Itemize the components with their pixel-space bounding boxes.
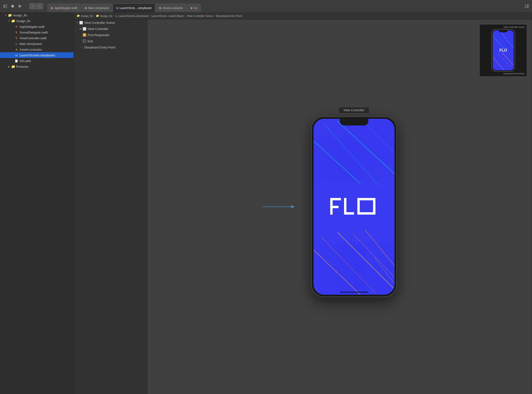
flo-logo-container [330, 197, 378, 217]
breadcrumb-nav-arrow[interactable]: › [528, 15, 529, 17]
breadcrumb-vc-scene[interactable]: View Controller Scene [187, 15, 213, 17]
canvas-column: 📁 Assign_flo › 📁 Assign_flo › 🗂 LaunchSc… [74, 12, 532, 394]
disclosure-root: ▼ [4, 13, 8, 17]
sidebar-label-launch-storyboard: LaunchScreen.storyboard [20, 53, 72, 57]
outline-exit-icon: ⬛ [82, 39, 87, 43]
breadcrumb-launch-storyboard[interactable]: 🗂 LaunchScreen.storyboard [115, 15, 149, 17]
sidebar-item-root-assign-flo[interactable]: ▼ 📁 Assign_flo [0, 12, 74, 18]
svg-rect-36 [357, 198, 375, 200]
outline-first-responder[interactable]: ▶ f First Responder [74, 32, 147, 38]
svg-rect-35 [344, 212, 354, 215]
tab-more[interactable]: As [187, 4, 201, 12]
iphone-mockup[interactable] [311, 116, 397, 297]
sidebar-item-appdelegate[interactable]: ▶ S AppDelegate.swift [0, 24, 74, 30]
inspector-toggle-icon[interactable] [524, 4, 529, 9]
file-navigator: ▼ 📁 Assign_flo ▼ 📁 Assign_flo ▶ S AppDel… [0, 12, 74, 394]
breadcrumb-assign-flo-2[interactable]: 📁 Assign_flo [96, 14, 112, 17]
breadcrumb-bar: 📁 Assign_flo › 📁 Assign_flo › 🗂 LaunchSc… [74, 12, 532, 20]
outline-scene-icon: ⬜ [79, 21, 83, 25]
svg-rect-9 [527, 5, 528, 8]
tab-launch-storyboard[interactable]: LaunchScre....storyboard [113, 4, 155, 12]
canvas[interactable]: View Controller [148, 20, 532, 394]
outline-vc-scene[interactable]: ▼ ⬜ View Controller Scene [74, 20, 147, 26]
mini-preview-label: View Controller Scene [502, 26, 526, 29]
svg-rect-37 [357, 212, 375, 215]
svg-line-20 [314, 137, 361, 184]
sidebar-item-assign-flo-group[interactable]: ▼ 📁 Assign_flo [0, 18, 74, 24]
breadcrumb-sep-3: › [150, 14, 151, 18]
svg-line-24 [314, 244, 365, 295]
sidebar-item-viewcontroller-swift[interactable]: ▶ S ViewController.swift [0, 35, 74, 41]
breadcrumb-assign-flo[interactable]: 📁 Assign_flo [77, 14, 93, 17]
tab-label-main-storyboard: Main.storyboard [88, 6, 109, 10]
svg-rect-31 [330, 198, 341, 200]
sidebar-item-scenedelegate[interactable]: ▶ S SceneDelegate.swift [0, 30, 74, 35]
sidebar-label-products: Products [16, 65, 72, 68]
toolbar: ⏹ ‹ › AppDelegate.swift Main.storyboard … [0, 0, 532, 12]
breadcrumb-entry-point[interactable]: Storyboard Entry Point [216, 15, 242, 17]
svg-line-28 [365, 230, 394, 281]
breadcrumb-label-5: View Controller Scene [187, 15, 213, 17]
iphone-screen [314, 119, 394, 295]
breadcrumb-folder-icon-2: 📁 [96, 14, 99, 17]
sidebar-toggle-icon[interactable] [3, 4, 8, 9]
disclosure-outline-vc-scene: ▼ [76, 21, 79, 24]
svg-line-19 [502, 52, 514, 67]
sidebar-item-products[interactable]: ▶ 📁 Products [0, 64, 74, 69]
sidebar-label-infoplist: Info.plist [20, 59, 72, 63]
assets-icon: ◈ [14, 47, 19, 52]
outline-vc[interactable]: ▶ ⬜ View Controller [74, 26, 147, 32]
mini-entry-label: Storyboard Point Entry [502, 72, 526, 75]
tab-main-storyboard[interactable]: Main.storyboard [81, 4, 112, 12]
svg-rect-32 [330, 206, 339, 208]
nav-back-button[interactable]: ‹ [29, 3, 36, 9]
storyboard-icon-launch: 🗂 [14, 53, 19, 57]
vc-label-text: View Controller [344, 108, 365, 112]
vc-label-box: View Controller [339, 107, 369, 113]
sidebar-item-infoplist[interactable]: ▶ 📄 Info.plist [0, 58, 74, 64]
breadcrumb-label-3: LaunchScreen.storyboard [119, 15, 149, 17]
iphone-notch [340, 119, 368, 125]
svg-line-27 [354, 234, 394, 290]
nav-forward-button[interactable]: › [36, 3, 43, 9]
mini-preview: FLO View Controller Scene Storyboard Poi… [479, 24, 527, 77]
stop-icon[interactable]: ⏹ [10, 4, 15, 9]
mini-logo-text: FLO [499, 48, 507, 52]
tab-label-more: As [194, 6, 197, 10]
sidebar-item-assets[interactable]: ▶ ◈ Assets.xcassets [0, 47, 74, 52]
tab-appdelegate[interactable]: AppDelegate.swift [47, 4, 81, 12]
swift-icon-scenedelegate: S [14, 30, 19, 34]
svg-rect-3 [5, 7, 7, 8]
play-icon[interactable] [17, 4, 22, 9]
storyboard-icon-main: 🗂 [14, 41, 19, 46]
disclosure-group: ▼ [7, 19, 11, 23]
tab-label-appdelegate: AppDelegate.swift [54, 6, 77, 10]
sidebar-item-launch-storyboard[interactable]: ▶ 🗂 LaunchScreen.storyboard [0, 52, 74, 58]
toolbar-left-icons: ⏹ [3, 4, 22, 9]
entry-arrow [263, 205, 294, 208]
outline-label-vc-scene: View Controller Scene [84, 21, 115, 25]
svg-rect-34 [344, 198, 346, 215]
outline-exit[interactable]: ▶ ⬛ Exit [74, 38, 147, 44]
breadcrumb-base[interactable]: LaunchScree...board (Base) [152, 15, 184, 17]
svg-line-17 [493, 56, 505, 70]
main-area: ▼ 📁 Assign_flo ▼ 📁 Assign_flo ▶ S AppDel… [0, 12, 532, 394]
tab-dot-main-storyboard [85, 7, 87, 9]
mini-notch [499, 31, 507, 32]
svg-text:⬛: ⬛ [83, 40, 86, 43]
arrow-head [292, 205, 294, 208]
tab-assets[interactable]: Assets.xcassets [156, 4, 186, 12]
iphone-home-bar [340, 292, 368, 293]
folder-icon-root: 📁 [8, 13, 12, 17]
sidebar-label-viewcontroller-swift: ViewController.swift [20, 36, 72, 40]
svg-rect-33 [333, 200, 334, 206]
breadcrumb-label-4: LaunchScree...board (Base) [152, 15, 184, 17]
breadcrumb-sep-2: › [113, 14, 114, 18]
mini-iphone: FLO [491, 29, 515, 72]
mini-entry-point-label: Storyboard Point Entry [503, 73, 525, 75]
svg-rect-40 [360, 200, 373, 212]
folder-icon-group: 📁 [11, 19, 15, 23]
sidebar-item-main-storyboard[interactable]: ▶ 🗂 Main.storyboard [0, 41, 74, 47]
outline-entry-point[interactable]: ▶ → Storyboard Entry Point [74, 44, 147, 50]
svg-line-18 [497, 53, 514, 70]
